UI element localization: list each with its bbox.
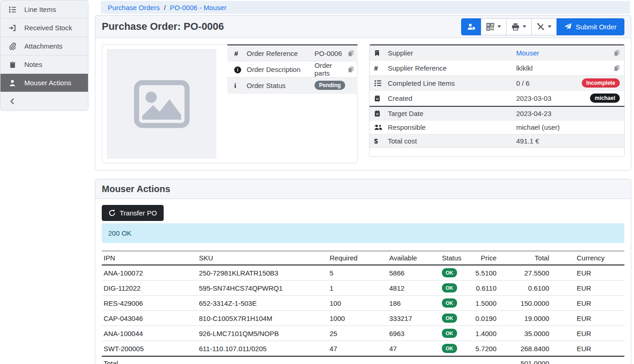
- copy-icon[interactable]: [614, 50, 620, 56]
- supplier-details-box: Supplier Mouser # Supplier Reference lkl…: [369, 44, 625, 157]
- table-header-row: IPN SKU Required Available Status Price …: [102, 251, 624, 265]
- supplier-details-table-1: Supplier Mouser # Supplier Reference lkl…: [369, 44, 624, 106]
- print-dropdown-button[interactable]: [506, 18, 532, 35]
- supplier-image-placeholder[interactable]: [107, 49, 216, 159]
- po-line-items-table: IPN SKU Required Available Status Price …: [102, 251, 624, 364]
- sidebar-collapse-button[interactable]: [0, 92, 88, 110]
- calendar-icon: [374, 110, 388, 117]
- sidebar-item-label: Line Items: [24, 6, 56, 13]
- transfer-po-label: Transfer PO: [120, 209, 157, 217]
- copy-icon[interactable]: [614, 65, 620, 72]
- table-row: SWT-200005 611-110.107.011/0205 47 47 OK…: [102, 341, 624, 357]
- list-ol-icon: [0, 6, 24, 13]
- tools-icon: [537, 23, 545, 31]
- sidebar-item-label: Received Stock: [24, 24, 72, 32]
- info-icon: i: [234, 82, 247, 89]
- user-icon: [0, 79, 24, 87]
- building-icon: [374, 50, 388, 56]
- sidebar-item-notes[interactable]: Notes: [0, 55, 88, 74]
- responsible-row: Responsible michael (user): [369, 121, 624, 134]
- transfer-po-button[interactable]: Transfer PO: [102, 205, 164, 221]
- target-date-row: Target Date 2023-04-23: [369, 107, 624, 121]
- order-details-box: # Order Reference PO-0006 i Order Descri…: [102, 44, 358, 163]
- image-placeholder-icon: [133, 80, 190, 128]
- purchase-order-panel-header: Purchase Order: PO-0006: [95, 16, 631, 38]
- order-details-table: # Order Reference PO-0006 i Order Descri…: [227, 44, 358, 94]
- supplier-row: Supplier Mouser: [369, 45, 624, 61]
- col-total: Total: [498, 251, 551, 265]
- order-status-badge: Pending: [314, 81, 345, 90]
- sidebar-item-received-stock[interactable]: Received Stock: [0, 19, 88, 37]
- order-actions: Submit Order: [461, 18, 624, 35]
- info-circle-icon: i: [234, 65, 247, 73]
- col-available: Available: [387, 251, 440, 265]
- order-options-dropdown-button[interactable]: [531, 18, 557, 35]
- chevron-down-icon: [548, 25, 551, 28]
- supplier-link[interactable]: Mouser: [516, 49, 539, 57]
- list-check-icon: [374, 79, 388, 87]
- paperclip-icon: [0, 43, 24, 50]
- mouser-actions-panel: Mouser Actions Transfer PO 200 OK I: [95, 179, 631, 364]
- footer-total-value: 501.0000: [498, 356, 551, 364]
- main-content: Purchase Orders / PO-0006 - Mouser Purch…: [95, 0, 631, 364]
- arrow-right-to-bracket-icon: [0, 24, 24, 32]
- col-currency: Currency: [551, 251, 624, 265]
- printer-icon: [512, 23, 519, 31]
- chevron-down-icon: [523, 25, 526, 28]
- supplier-reference-row: # Supplier Reference lklklkl: [369, 61, 624, 76]
- mouser-actions-body: Transfer PO 200 OK IPN SKU Required Avai…: [95, 199, 631, 364]
- col-status: Status: [440, 251, 471, 265]
- status-badge: OK: [442, 329, 457, 338]
- table-row: DIG-112022 595-SN74HCS74QPWRQ1 1 4812 OK…: [102, 281, 624, 296]
- qrcode-icon: [486, 23, 494, 31]
- col-sku: SKU: [197, 251, 328, 265]
- dollar-icon: $: [374, 137, 388, 145]
- breadcrumb-link-purchase-orders[interactable]: Purchase Orders: [108, 4, 160, 11]
- table-footer-row: Total 501.0000: [102, 356, 624, 364]
- copy-icon[interactable]: [348, 50, 354, 57]
- created-row: Created 2023-03-03 michael: [369, 91, 624, 106]
- status-badge: OK: [442, 314, 457, 323]
- sidebar-item-mouser-actions[interactable]: Mouser Actions: [0, 74, 88, 92]
- order-reference-row: # Order Reference PO-0006: [227, 45, 358, 61]
- sidebar-item-attachments[interactable]: Attachments: [0, 37, 88, 55]
- purchase-order-panel-body: # Order Reference PO-0006 i Order Descri…: [95, 38, 631, 170]
- sidebar-item-line-items[interactable]: Line Items: [0, 0, 88, 19]
- submit-order-label: Submit Order: [576, 23, 617, 31]
- table-row: CAP-043046 810-C1005X7R1H104M 1000 33321…: [102, 311, 624, 326]
- sidebar-item-label: Notes: [24, 61, 42, 68]
- submit-order-button[interactable]: Submit Order: [557, 18, 624, 35]
- admin-user-button[interactable]: [461, 18, 481, 35]
- user-shield-icon: [467, 23, 476, 30]
- breadcrumb-link-current[interactable]: PO-0006 - Mouser: [170, 4, 226, 11]
- sidebar-item-label: Attachments: [24, 42, 62, 50]
- order-status-row: i Order Status Pending: [227, 77, 358, 94]
- breadcrumb-separator: /: [164, 4, 165, 11]
- sidebar-item-label: Mouser Actions: [24, 79, 72, 87]
- supplier-details-table-2: Target Date 2023-04-23 Responsible micha…: [369, 106, 624, 148]
- status-alert: 200 OK: [102, 223, 624, 243]
- calendar-icon: [374, 95, 388, 102]
- status-badge: OK: [442, 344, 457, 353]
- order-description-row: i Order Description Order parts: [227, 61, 358, 77]
- created-user-badge: michael: [590, 94, 620, 103]
- table-row: RES-429006 652-3314Z-1-503E 100 186 OK 1…: [102, 296, 624, 311]
- col-ipn: IPN: [102, 251, 197, 265]
- col-required: Required: [328, 251, 387, 265]
- paper-plane-icon: [564, 23, 572, 30]
- hashtag-icon: #: [234, 50, 247, 57]
- status-badge: OK: [442, 283, 457, 292]
- footer-total-label: Total: [102, 356, 197, 364]
- sidebar: Line Items Received Stock Attachments No…: [0, 0, 88, 111]
- table-row: ANA-100072 250-72981KLRATR150B3 5 5866 O…: [102, 265, 624, 281]
- copy-icon[interactable]: [348, 66, 354, 73]
- barcode-dropdown-button[interactable]: [481, 18, 507, 35]
- mouser-actions-title: Mouser Actions: [102, 184, 170, 194]
- table-row: ANA-100044 926-LMC7101QM5/NOPB 25 6963 O…: [102, 326, 624, 341]
- purchase-order-panel: Purchase Order: PO-0006: [95, 15, 631, 171]
- chevron-down-icon: [497, 25, 501, 28]
- total-cost-row: $ Total cost 491.1 €: [369, 134, 624, 148]
- status-badge: OK: [442, 268, 457, 277]
- users-icon: [374, 124, 388, 131]
- clipboard-icon: [0, 61, 24, 68]
